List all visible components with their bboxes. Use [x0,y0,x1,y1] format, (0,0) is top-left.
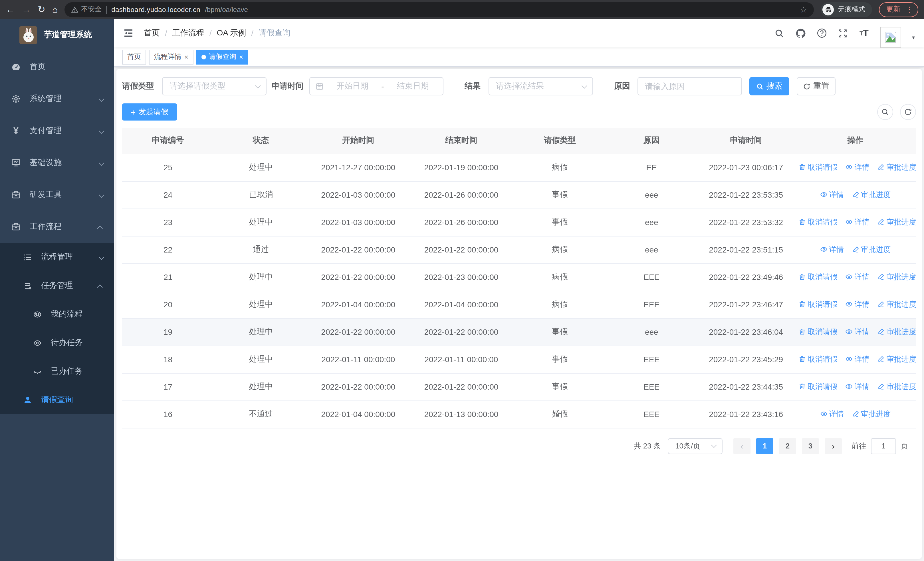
home-icon[interactable]: ⌂ [52,5,58,14]
sidebar-item-system[interactable]: 系统管理 [0,83,114,115]
sidebar-item-leave-query[interactable]: 请假查询 [0,386,114,414]
reset-button[interactable]: 重置 [797,77,836,95]
breadcrumb-oa[interactable]: OA 示例 [217,28,246,38]
cancel-action-link[interactable]: 取消请假 [799,382,837,392]
progress-action-link[interactable]: 审批进度 [878,327,916,337]
sidebar-item-payment[interactable]: ¥ 支付管理 [0,115,114,147]
toggle-search-button[interactable] [877,104,893,120]
sidebar-item-infra[interactable]: 基础设施 [0,147,114,179]
sidebar-item-home[interactable]: 首页 [0,51,114,83]
breadcrumb-home[interactable]: 首页 [144,28,160,38]
cell-apply_time: 2022-01-23 00:06:17 [698,154,795,181]
reason-input[interactable] [645,82,735,91]
page-button-2[interactable]: 2 [779,438,796,454]
cancel-action-link[interactable]: 取消请假 [799,354,837,364]
active-dot [201,54,206,59]
chevron-down-icon [99,158,103,167]
table-row: 17处理中2022-01-22 00:00:002022-01-22 00:00… [122,373,916,400]
github-icon[interactable] [796,28,806,38]
detail-action-link[interactable]: 详情 [820,245,844,255]
cell-start: 2022-01-04 00:00:00 [308,400,408,428]
detail-action-link[interactable]: 详情 [846,272,870,282]
pen-icon [852,191,859,199]
cell-reason: eee [606,209,698,236]
progress-action-link[interactable]: 审批进度 [878,272,916,282]
progress-action-link[interactable]: 审批进度 [878,162,916,173]
cancel-action-link[interactable]: 取消请假 [799,327,837,337]
prev-page-button[interactable]: ‹ [734,438,750,454]
back-icon[interactable]: ← [6,5,15,14]
page-size-select[interactable]: 10条/页 [668,438,723,454]
tab-leave-query[interactable]: 请假查询 × [196,50,248,64]
close-icon[interactable]: × [184,53,188,61]
breadcrumb-workflow[interactable]: 工作流程 [172,28,204,38]
goto-page-input[interactable] [871,438,896,454]
cell-type: 事假 [514,318,606,346]
cancel-action-link[interactable]: 取消请假 [799,217,837,227]
apply-time-range[interactable]: 开始日期 - 结束日期 [309,77,444,95]
search-icon[interactable] [774,28,785,38]
tab-process-detail[interactable]: 流程详情 × [149,50,194,64]
cancel-action-link[interactable]: 取消请假 [799,299,837,310]
progress-action-link[interactable]: 审批进度 [852,190,891,200]
cancel-action-link[interactable]: 取消请假 [799,272,837,282]
sidebar-item-done-tasks[interactable]: 已办任务 [0,357,114,386]
sidebar-logo[interactable]: 芋道管理系统 [0,19,114,51]
table-toolbar: + 发起请假 [122,104,916,120]
browser-menu-icon[interactable]: ⋮ [906,5,913,14]
progress-action-link[interactable]: 审批进度 [878,382,916,392]
security-indicator[interactable]: 不安全 [71,5,102,14]
cancel-action-link[interactable]: 取消请假 [799,162,837,173]
detail-action-link[interactable]: 详情 [846,382,870,392]
progress-action-link[interactable]: 审批进度 [852,409,891,419]
result-select[interactable]: 请选择流结果 [489,77,593,95]
sidebar-item-process-mgmt[interactable]: 流程管理 [0,243,114,271]
table-row: 24已取消2022-01-03 00:00:002022-01-26 00:00… [122,181,916,209]
cell-start: 2022-01-22 00:00:00 [308,263,408,291]
detail-action-link[interactable]: 详情 [846,354,870,364]
detail-action-link[interactable]: 详情 [820,409,844,419]
refresh-table-button[interactable] [900,104,916,120]
fullscreen-icon[interactable] [838,28,848,38]
close-icon[interactable]: × [239,53,243,61]
page-button-3[interactable]: 3 [802,438,819,454]
sidebar-item-label: 系统管理 [30,94,62,104]
collapse-sidebar-icon[interactable] [123,28,134,38]
page-button-1[interactable]: 1 [756,438,773,454]
cell-start: 2022-01-22 00:00:00 [308,318,408,346]
update-button[interactable]: 更新 ⋮ [879,2,918,17]
app-title: 芋道管理系统 [44,30,92,40]
help-icon[interactable] [817,28,827,38]
progress-action-link[interactable]: 审批进度 [878,354,916,364]
sidebar-item-todo-tasks[interactable]: 待办任务 [0,328,114,357]
search-button[interactable]: 搜索 [749,77,789,95]
detail-action-link[interactable]: 详情 [846,162,870,173]
sidebar-item-devtools[interactable]: 研发工具 [0,179,114,211]
detail-action-link[interactable]: 详情 [846,327,870,337]
progress-action-link[interactable]: 审批进度 [878,299,916,310]
cell-start: 2022-01-11 00:00:00 [308,346,408,373]
font-size-icon[interactable]: TT [859,28,869,38]
forward-icon[interactable]: → [22,5,31,14]
caret-down-icon[interactable]: ▾ [912,34,915,40]
next-page-button[interactable]: › [825,438,842,454]
create-leave-button[interactable]: + 发起请假 [122,104,177,120]
dashboard-icon [11,62,21,71]
leave-type-select[interactable]: 请选择请假类型 [162,77,267,95]
address-bar[interactable]: 不安全 dashboard.yudao.iocoder.cn/bpm/oa/le… [64,2,814,17]
avatar[interactable] [880,27,901,48]
cell-actions: 取消请假详情审批进度 [795,209,916,236]
detail-action-link[interactable]: 详情 [846,217,870,227]
progress-action-link[interactable]: 审批进度 [878,217,916,227]
progress-action-link[interactable]: 审批进度 [852,245,891,255]
bookmark-star-icon[interactable]: ☆ [800,5,807,14]
reload-icon[interactable]: ↻ [38,5,45,14]
sidebar-item-task-mgmt[interactable]: 任务管理 [0,271,114,300]
sidebar-item-my-process[interactable]: 我的流程 [0,300,114,328]
detail-action-link[interactable]: 详情 [846,299,870,310]
sidebar-item-workflow[interactable]: 工作流程 [0,211,114,243]
detail-action-link[interactable]: 详情 [820,190,844,200]
col-reason: 原因 [606,128,698,154]
tab-home[interactable]: 首页 [122,50,146,64]
cell-apply_time: 2022-01-22 23:45:29 [698,346,795,373]
